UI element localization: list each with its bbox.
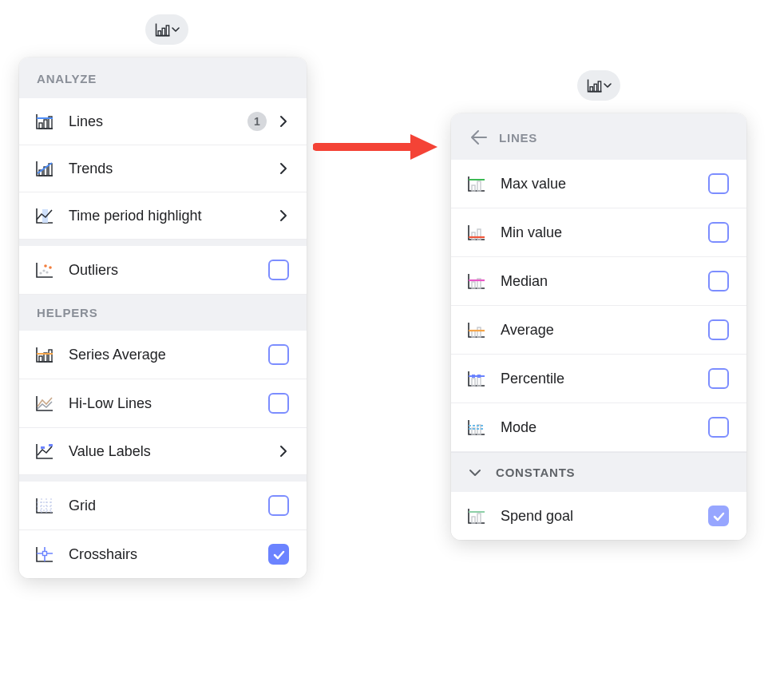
row-hi-low-lines[interactable]: Hi-Low Lines [19, 379, 307, 428]
constants-title: CONSTANTS [496, 466, 575, 479]
row-series-average[interactable]: Series Average [19, 331, 307, 379]
row-tph-label: Time period highlight [69, 208, 265, 224]
percentile-row-icon [465, 369, 488, 388]
row-percentile[interactable]: Percentile [451, 355, 746, 403]
crosshairs-row-icon [34, 545, 56, 564]
row-hilow-label: Hi-Low Lines [69, 395, 255, 412]
chevron-down-icon [469, 468, 481, 478]
max-row-icon [465, 174, 488, 193]
svg-rect-30 [43, 552, 47, 556]
row-median-label: Median [501, 273, 695, 290]
chevron-right-icon [278, 115, 289, 128]
row-outliers[interactable]: Outliers [19, 246, 307, 295]
row-trends-label: Trends [69, 161, 265, 177]
analyze-trigger[interactable] [145, 14, 188, 45]
mode-checkbox[interactable] [708, 417, 729, 438]
analyze-panel: ANALYZE Lines 1 Tren [19, 57, 307, 578]
svg-rect-54 [472, 517, 475, 523]
seriesavg-row-icon [34, 345, 56, 364]
trends-row-icon [34, 159, 56, 178]
spendgoal-row-icon [465, 506, 488, 525]
row-min-value[interactable]: Min value [451, 208, 746, 257]
hilow-checkbox[interactable] [268, 393, 289, 414]
row-mode-label: Mode [501, 419, 695, 436]
svg-rect-3 [39, 123, 42, 129]
row-lines-label: Lines [69, 113, 235, 130]
spendgoal-checkbox[interactable] [708, 506, 729, 526]
average-checkbox[interactable] [708, 319, 729, 340]
svg-rect-43 [477, 327, 481, 337]
min-checkbox[interactable] [708, 222, 729, 243]
tph-row-icon [34, 206, 56, 225]
svg-rect-34 [477, 181, 481, 191]
crosshairs-checkbox[interactable] [268, 544, 289, 565]
min-row-icon [465, 223, 488, 242]
svg-point-13 [46, 271, 48, 273]
mode-row-icon [465, 418, 488, 437]
svg-rect-42 [472, 331, 475, 337]
row-lines-badge: 1 [247, 112, 267, 131]
row-crosshairs[interactable]: Crosshairs [19, 530, 307, 578]
chart-icon [586, 77, 604, 94]
svg-rect-20 [41, 446, 45, 449]
row-average-label: Average [501, 322, 695, 339]
svg-rect-45 [472, 379, 475, 386]
row-time-period-highlight[interactable]: Time period highlight [19, 192, 307, 240]
svg-point-12 [42, 269, 45, 272]
max-checkbox[interactable] [708, 173, 729, 194]
row-trends[interactable]: Trends [19, 145, 307, 192]
percentile-checkbox[interactable] [708, 368, 729, 389]
constants-section-toggle[interactable]: CONSTANTS [451, 452, 746, 492]
row-outliers-label: Outliers [69, 262, 255, 279]
row-valuelabels-label: Value Labels [69, 443, 265, 460]
row-min-label: Min value [501, 224, 695, 241]
svg-point-11 [39, 272, 42, 274]
chart-icon [154, 21, 172, 38]
outliers-checkbox[interactable] [268, 260, 289, 280]
svg-rect-36 [472, 232, 475, 240]
row-value-labels[interactable]: Value Labels [19, 428, 307, 475]
row-lines[interactable]: Lines 1 [19, 98, 307, 145]
row-mode[interactable]: Mode [451, 403, 746, 452]
row-grid[interactable]: Grid [19, 482, 307, 530]
lines-panel-header: LINES [451, 113, 746, 160]
lines-row-icon [34, 112, 56, 131]
svg-rect-33 [472, 185, 475, 191]
back-button[interactable] [469, 128, 488, 147]
svg-rect-4 [44, 120, 47, 129]
median-row-icon [465, 272, 488, 291]
svg-point-14 [44, 264, 47, 268]
svg-rect-21 [49, 444, 53, 446]
svg-point-15 [49, 266, 52, 269]
row-max-label: Max value [501, 176, 695, 192]
svg-rect-48 [472, 375, 475, 378]
svg-rect-39 [472, 282, 475, 288]
svg-rect-55 [477, 514, 481, 523]
outliers-row-icon [34, 260, 56, 280]
hilow-row-icon [34, 394, 56, 413]
lines-panel: LINES Max value Min value [451, 113, 746, 540]
average-row-icon [465, 320, 488, 339]
seriesavg-checkbox[interactable] [268, 344, 289, 365]
grid-row-icon [34, 496, 56, 515]
chevron-right-icon [278, 162, 289, 175]
chevron-right-icon [278, 209, 289, 222]
navigation-arrow-icon [313, 131, 441, 166]
lines-trigger[interactable] [577, 70, 620, 101]
row-max-value[interactable]: Max value [451, 160, 746, 208]
row-grid-label: Grid [69, 498, 255, 514]
row-average[interactable]: Average [451, 306, 746, 355]
grid-checkbox[interactable] [268, 495, 289, 516]
chevron-right-icon [278, 445, 289, 458]
row-median[interactable]: Median [451, 257, 746, 306]
median-checkbox[interactable] [708, 271, 729, 291]
row-spend-goal[interactable]: Spend goal [451, 492, 746, 540]
chevron-down-icon [603, 81, 612, 90]
svg-rect-49 [477, 375, 481, 378]
svg-rect-16 [39, 356, 42, 362]
row-spendgoal-label: Spend goal [501, 508, 695, 525]
analyze-section-header: ANALYZE [19, 57, 307, 98]
row-seriesavg-label: Series Average [69, 347, 255, 363]
svg-marker-32 [410, 134, 438, 160]
row-percentile-label: Percentile [501, 371, 695, 387]
